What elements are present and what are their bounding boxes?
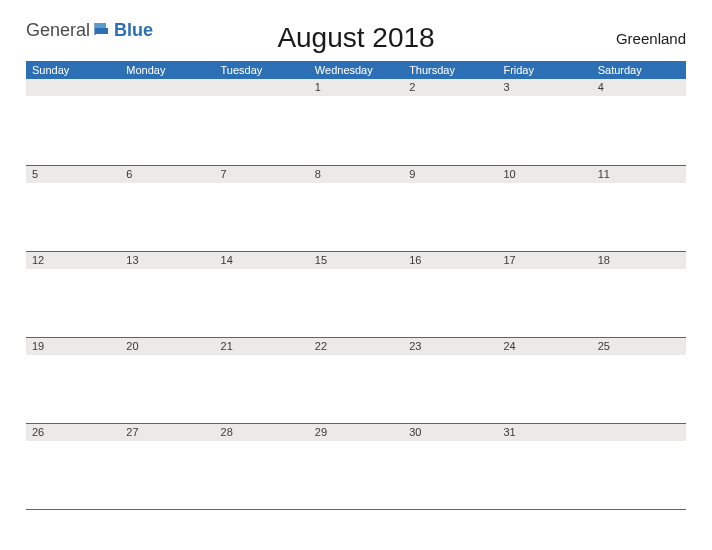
day-number: 16 xyxy=(403,252,497,269)
day-number xyxy=(120,79,214,96)
day-number: 27 xyxy=(120,424,214,441)
day-cell: 14 xyxy=(215,251,309,337)
day-number: 28 xyxy=(215,424,309,441)
day-body xyxy=(120,355,214,423)
day-cell: 25 xyxy=(592,337,686,423)
day-header-wednesday: Wednesday xyxy=(309,61,403,79)
day-cell: 10 xyxy=(497,165,591,251)
day-cell: 31 xyxy=(497,423,591,509)
day-number: 21 xyxy=(215,338,309,355)
day-body xyxy=(309,269,403,337)
day-cell: 11 xyxy=(592,165,686,251)
day-body xyxy=(403,96,497,165)
day-cell: 8 xyxy=(309,165,403,251)
day-body xyxy=(497,183,591,251)
day-cell: 4 xyxy=(592,79,686,165)
day-number: 30 xyxy=(403,424,497,441)
day-body xyxy=(215,355,309,423)
day-number: 7 xyxy=(215,166,309,183)
day-body xyxy=(26,96,120,165)
day-header-row: Sunday Monday Tuesday Wednesday Thursday… xyxy=(26,61,686,79)
day-number: 25 xyxy=(592,338,686,355)
day-header-saturday: Saturday xyxy=(592,61,686,79)
day-body xyxy=(120,269,214,337)
day-number: 10 xyxy=(497,166,591,183)
day-cell: 18 xyxy=(592,251,686,337)
day-cell: 27 xyxy=(120,423,214,509)
day-body xyxy=(403,355,497,423)
day-number: 8 xyxy=(309,166,403,183)
day-cell: 5 xyxy=(26,165,120,251)
header: General Blue August 2018 Greenland xyxy=(26,18,686,47)
day-cell: 15 xyxy=(309,251,403,337)
day-body xyxy=(215,441,309,509)
day-cell xyxy=(592,423,686,509)
day-body xyxy=(403,269,497,337)
day-body xyxy=(403,183,497,251)
day-cell: 24 xyxy=(497,337,591,423)
day-cell: 17 xyxy=(497,251,591,337)
day-number: 2 xyxy=(403,79,497,96)
day-number: 3 xyxy=(497,79,591,96)
day-body xyxy=(592,269,686,337)
day-number: 5 xyxy=(26,166,120,183)
day-number: 11 xyxy=(592,166,686,183)
day-body xyxy=(26,355,120,423)
calendar-body: 1234567891011121314151617181920212223242… xyxy=(26,79,686,509)
day-body xyxy=(215,269,309,337)
day-number: 14 xyxy=(215,252,309,269)
day-cell: 16 xyxy=(403,251,497,337)
day-cell: 28 xyxy=(215,423,309,509)
day-body xyxy=(497,96,591,165)
day-body xyxy=(120,441,214,509)
day-body xyxy=(120,96,214,165)
day-cell: 12 xyxy=(26,251,120,337)
week-row: 262728293031 xyxy=(26,423,686,509)
week-row: 1234 xyxy=(26,79,686,165)
day-number: 24 xyxy=(497,338,591,355)
day-body xyxy=(26,441,120,509)
day-number: 13 xyxy=(120,252,214,269)
day-body xyxy=(309,441,403,509)
day-body xyxy=(215,96,309,165)
logo-text-blue: Blue xyxy=(114,20,153,41)
day-body xyxy=(592,183,686,251)
day-body xyxy=(309,183,403,251)
logo: General Blue xyxy=(26,20,153,41)
day-cell xyxy=(215,79,309,165)
logo-text-general: General xyxy=(26,20,90,41)
week-row: 19202122232425 xyxy=(26,337,686,423)
day-number: 15 xyxy=(309,252,403,269)
day-cell: 7 xyxy=(215,165,309,251)
day-cell: 6 xyxy=(120,165,214,251)
day-number: 22 xyxy=(309,338,403,355)
day-body xyxy=(592,355,686,423)
day-body xyxy=(592,441,686,509)
day-body xyxy=(120,183,214,251)
day-cell: 20 xyxy=(120,337,214,423)
day-cell: 26 xyxy=(26,423,120,509)
day-number: 31 xyxy=(497,424,591,441)
page-title: August 2018 xyxy=(277,22,434,54)
day-number xyxy=(215,79,309,96)
day-number: 1 xyxy=(309,79,403,96)
day-header-friday: Friday xyxy=(497,61,591,79)
day-cell: 19 xyxy=(26,337,120,423)
day-cell xyxy=(26,79,120,165)
day-number: 4 xyxy=(592,79,686,96)
day-number: 18 xyxy=(592,252,686,269)
day-number: 20 xyxy=(120,338,214,355)
day-body xyxy=(497,441,591,509)
day-body xyxy=(26,183,120,251)
day-cell: 29 xyxy=(309,423,403,509)
day-body xyxy=(497,269,591,337)
day-cell: 21 xyxy=(215,337,309,423)
day-cell: 9 xyxy=(403,165,497,251)
day-number: 23 xyxy=(403,338,497,355)
day-header-sunday: Sunday xyxy=(26,61,120,79)
day-cell: 30 xyxy=(403,423,497,509)
day-number: 26 xyxy=(26,424,120,441)
day-number: 6 xyxy=(120,166,214,183)
region-label: Greenland xyxy=(616,30,686,47)
day-cell: 23 xyxy=(403,337,497,423)
